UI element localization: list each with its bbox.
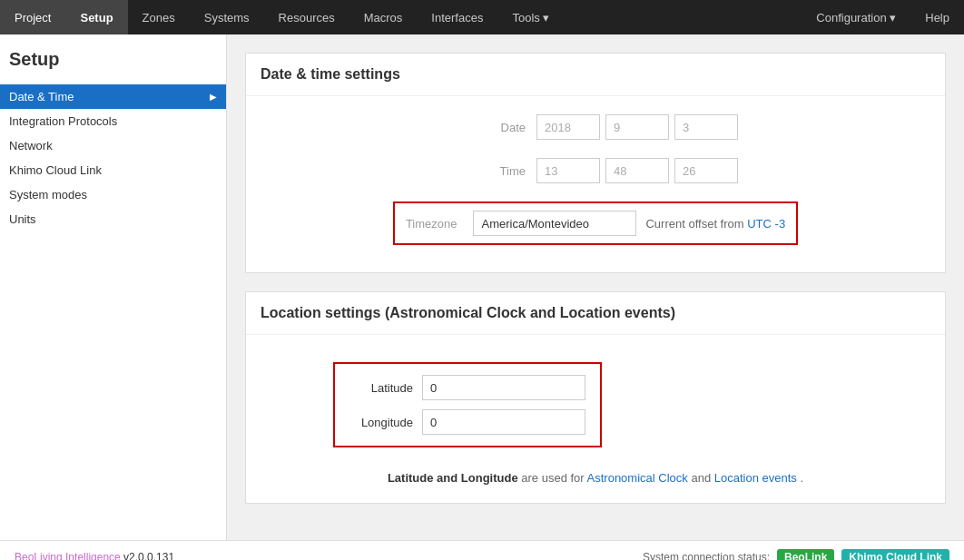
status-text: System connection status: [643,551,770,561]
nav-zones[interactable]: Zones [128,0,190,34]
date-time-section: Date & time settings Date Time [245,53,946,273]
timezone-label: Timezone [406,217,457,231]
time-row: Time [261,158,930,183]
location-title: Location settings (Astronomical Clock an… [246,292,945,335]
location-section: Location settings (Astronomical Clock an… [245,291,946,504]
time-inputs [536,158,738,183]
date-time-title: Date & time settings [246,54,945,96]
nav-systems[interactable]: Systems [190,0,264,34]
nav-help[interactable]: Help [910,0,964,34]
location-note-blue1: Astronomical Clock [587,471,688,485]
nav-macros[interactable]: Macros [349,0,418,34]
location-note: Latitude and Longitude are used for Astr… [261,471,930,485]
footer-version: v2.0.0.131 [121,551,174,561]
sidebar-item-khimo-cloud-link[interactable]: Khimo Cloud Link [0,158,226,182]
nav-setup[interactable]: Setup [65,0,127,34]
latitude-input[interactable] [422,375,585,400]
date-label: Date [453,121,526,134]
location-note-bold: Latitude and Longitude [388,471,518,485]
nav-configuration[interactable]: Configuration ▾ [802,0,910,34]
longitude-label: Longitude [349,416,413,429]
location-note-blue2: Location events [714,471,797,485]
nav-interfaces[interactable]: Interfaces [417,0,497,34]
top-nav: Project Setup Zones Systems Resources Ma… [0,0,964,34]
sidebar-item-units[interactable]: Units [0,207,226,231]
timezone-offset-text: Current offset from UTC -3 [645,217,785,231]
longitude-input[interactable] [422,409,585,435]
time-second-input[interactable] [674,158,738,183]
date-inputs [536,114,738,140]
location-note-end: . [800,471,803,485]
beolink-badge: BeoLink [777,549,834,561]
nav-tools[interactable]: Tools ▾ [497,0,564,34]
footer-right: System connection status: BeoLink Khimo … [643,549,949,561]
longitude-row: Longitude [349,409,585,435]
date-time-body: Date Time [246,96,945,272]
date-month-input[interactable] [605,114,669,140]
khimo-badge: Khimo Cloud Link [841,549,949,561]
arrow-icon: ▶ [210,92,217,102]
sidebar-item-network[interactable]: Network [0,133,226,158]
date-row: Date [261,114,930,140]
timezone-input[interactable] [473,211,636,236]
time-label: Time [453,164,526,178]
app-name-link[interactable]: BeoLiving Intelligence [15,551,121,561]
latitude-label: Latitude [349,381,413,395]
timezone-highlight-box: Timezone Current offset from UTC -3 [393,201,798,245]
date-day-input[interactable] [674,114,738,140]
location-note-text1: are used for [521,471,586,485]
sidebar: Setup Date & Time ▶ Integration Protocol… [0,34,227,540]
location-highlight-box: Latitude Longitude [333,362,602,447]
content-area: Date & time settings Date Time [227,34,964,540]
latitude-row: Latitude [349,375,585,400]
location-note-text2: and [691,471,713,485]
date-year-input[interactable] [536,114,600,140]
sidebar-title: Setup [0,49,226,84]
sidebar-item-system-modes[interactable]: System modes [0,182,226,207]
time-minute-input[interactable] [605,158,669,183]
timezone-row: Timezone Current offset from UTC -3 [261,201,930,245]
main-container: Setup Date & Time ▶ Integration Protocol… [0,34,964,540]
utc-text: UTC -3 [747,217,785,231]
nav-resources[interactable]: Resources [264,0,349,34]
time-hour-input[interactable] [536,158,600,183]
nav-project[interactable]: Project [0,0,65,34]
footer-left: BeoLiving Intelligence v2.0.0.131 [15,551,174,561]
location-body: Latitude Longitude Latitude and Longitud… [246,335,945,503]
sidebar-item-date-time[interactable]: Date & Time ▶ [0,84,226,109]
footer: BeoLiving Intelligence v2.0.0.131 System… [0,540,964,560]
sidebar-item-integration-protocols[interactable]: Integration Protocols [0,109,226,133]
